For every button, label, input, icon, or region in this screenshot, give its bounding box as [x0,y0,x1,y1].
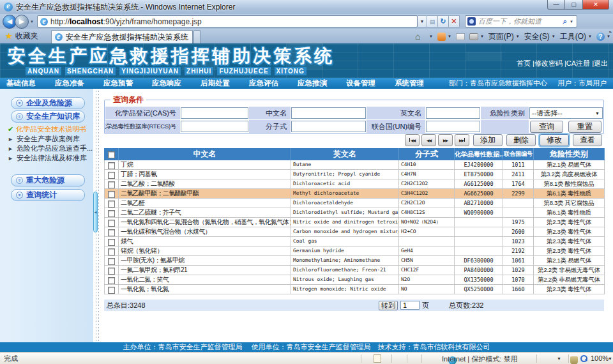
prev-page-button[interactable]: ◀◀ [421,134,436,146]
sidebar-item[interactable]: ✔ ► 安全法律法规及标准库 [8,153,93,163]
row-checkbox[interactable] [108,191,115,198]
nav-item[interactable]: 应急推演 [298,79,327,88]
table-row[interactable]: 二氯乙酸甲酯；二氯醋酸甲酯 Methyl dichloroacetate C3H… [105,189,605,199]
nav-item[interactable]: 设备管理 [346,79,375,88]
sidebar-group-knowledge[interactable]: »安全生产知识库 [11,110,85,123]
favorites-button[interactable]: ★ 收藏夹 [0,29,43,43]
compatibility-view-button[interactable]: ▤ [427,15,438,27]
browser-tab[interactable]: 安全生产应急救援指挥辅助决策系统 [51,30,193,43]
row-checkbox[interactable] [108,248,115,255]
sidebar-item[interactable]: ✔ ► 化学品安全技术说明书 [8,125,93,134]
nav-item[interactable]: 应急预警 [103,79,133,88]
en-input[interactable] [426,107,480,119]
row-checkbox[interactable] [108,287,115,294]
hazard-select[interactable]: --请选择--▼ [529,107,603,119]
sidebar-group-hazard[interactable]: »重大危险源 [11,174,85,186]
row-checkbox[interactable] [108,162,115,169]
nav-item[interactable]: 应急评估 [249,79,278,88]
table-row[interactable]: 一氧化二氮；笑气 Nitrous oxide; Laughing gas N2O… [105,275,605,285]
row-checkbox[interactable] [108,181,115,188]
maximize-button[interactable]: ▢ [565,0,582,10]
menu-safety[interactable]: 安全(S)▼ [524,31,556,42]
header-links[interactable]: 首页 |修改密码 |CA注册 |退出 [517,59,608,68]
mail-icon[interactable] [456,33,465,40]
home-dropdown-icon[interactable]: ▼ [429,34,433,38]
row-checkbox[interactable] [108,258,115,265]
refresh-button[interactable]: ↻ [438,15,449,27]
row-checkbox[interactable] [108,220,115,227]
search-box[interactable]: 百度一下，你就知道 ⌕ ▼ [465,15,577,27]
first-page-button[interactable]: ◀◀ [405,134,420,146]
sidebar-group-stats[interactable]: »查询统计 [11,189,85,201]
table-row[interactable]: 一甲胺(无水)；氨基甲烷 Monomethylamine; Aminometha… [105,256,605,266]
zone-dropdown-icon[interactable]: ▼ [557,356,561,361]
row-checkbox[interactable] [108,201,115,208]
history-dropdown-icon[interactable]: ▼ [30,20,34,24]
table-row[interactable]: 丁烷 Butane C4H10 EJ4200000 1011 第2.1类 易燃气… [105,160,605,170]
zoom-icon[interactable] [580,354,587,362]
table-row[interactable]: 煤气 Coal gas 1023 第2.3类 毒性气体 [105,237,605,246]
url-input[interactable]: http://localhost:90/yjzh/frame/homepage.… [37,15,418,27]
splitter-handle[interactable]: ◀ [93,192,98,232]
table-row[interactable]: 一氧化氮；氧化氮 Nitrogen monoxide; Nitric oxide… [105,285,605,294]
reset-button[interactable]: 重置 [568,121,602,133]
table-body: 丁烷 Butane C4H10 EJ4200000 1011 第2.1类 易燃气… [105,160,605,294]
row-checkbox[interactable] [108,277,115,284]
cn-input[interactable] [291,107,366,119]
search-icon[interactable]: ⌕ [563,17,567,26]
minimize-button[interactable]: — [547,0,565,10]
nav-item[interactable]: 应急响应 [152,79,181,88]
row-checkbox[interactable] [108,172,115,179]
url-dropdown-icon[interactable]: ▼ [418,15,427,27]
close-button[interactable]: ✕ [582,0,609,10]
table-row[interactable]: 二氯乙醛 Dichloroacetaldehyde C2H2C12O AB271… [105,199,605,208]
view-button[interactable]: 查看 [573,134,602,146]
row-checkbox[interactable] [108,268,115,275]
delete-button[interactable]: 删除 [506,134,536,146]
formula-input[interactable] [291,121,366,132]
pagination-bar: 总条目:3248 转到 页 总页数:232 [104,300,604,311]
row-checkbox[interactable] [108,239,115,246]
next-page-button[interactable]: ▶▶ [438,134,453,146]
overflow-chevron-icon[interactable]: » [609,29,612,35]
table-row[interactable]: 一氧化碳和氢气混合物（水煤气） Carbon monoxide and hydr… [105,227,605,237]
goto-button[interactable]: 转到 [379,301,398,310]
add-button[interactable]: 添加 [473,134,503,146]
table-row[interactable]: 二氯二乙硫醚；芥子气 Dichlorodiethyl sulfide; Must… [105,208,605,218]
new-tab-stub[interactable] [193,30,201,43]
page-input[interactable] [400,301,420,310]
table-row[interactable]: 一氧化氮和四氧化二氮混合物（氮氧化物，硝基气，氧化氮气体） Nitric oxi… [105,218,605,227]
zoom-dropdown-icon[interactable]: ▼ [608,356,612,361]
row-checkbox[interactable] [108,229,115,236]
select-all-checkbox[interactable] [108,151,115,158]
table-row[interactable]: 锗烷（氢化锗） Germanium hydride GeH4 2192 第2.3… [105,246,605,256]
frame-splitter[interactable]: ◀ [93,89,101,342]
stop-button[interactable]: ✕ [449,15,460,27]
zoom-level[interactable]: 100% [591,354,609,362]
print-icon[interactable]: ▼ [469,33,484,40]
un-input[interactable] [426,121,480,132]
cas-input[interactable] [181,107,248,119]
row-checkbox[interactable] [108,210,115,217]
nav-item[interactable]: 系统管理 [395,79,424,88]
sidebar-group-enterprise[interactable]: »企业及危险源 [11,97,85,109]
table-row[interactable]: 一氟二氯甲烷；氟利昂21 Dichlorofluoromethane; Freo… [105,266,605,275]
nav-item[interactable]: 应急准备 [55,79,84,88]
last-page-button[interactable]: ▶▶ [455,134,469,146]
table-row[interactable]: 二氯乙酸；二氯醋酸 Dichloroacetic acid C2H2C12O2 … [105,179,605,189]
menu-page[interactable]: 页面(P)▼ [488,31,520,42]
sidebar-item[interactable]: ✔ ► 安全生产事故案例库 [8,134,93,144]
rtecs-input[interactable] [181,121,248,132]
search-dropdown-icon[interactable]: ▼ [570,20,573,24]
menu-tools[interactable]: 工具(O)▼ [560,31,592,42]
home-icon[interactable]: ⌂ [415,32,425,42]
modify-button[interactable]: 修改 [540,134,569,146]
forward-button[interactable]: ▶ [15,15,29,29]
feeds-icon[interactable]: ▼ [437,33,451,41]
inprivate-icon[interactable] [570,356,578,364]
search-button[interactable]: 查询 [530,121,563,133]
nav-item[interactable]: 后期处置 [201,79,230,88]
nav-item[interactable]: 基础信息 [6,79,36,88]
table-row[interactable]: 丁腈；丙基氰 Butyronitrile; Propyl cyanide C4H… [105,170,605,179]
sidebar-item[interactable]: ✔ ► 危险化学品应急速查手... [8,144,93,153]
